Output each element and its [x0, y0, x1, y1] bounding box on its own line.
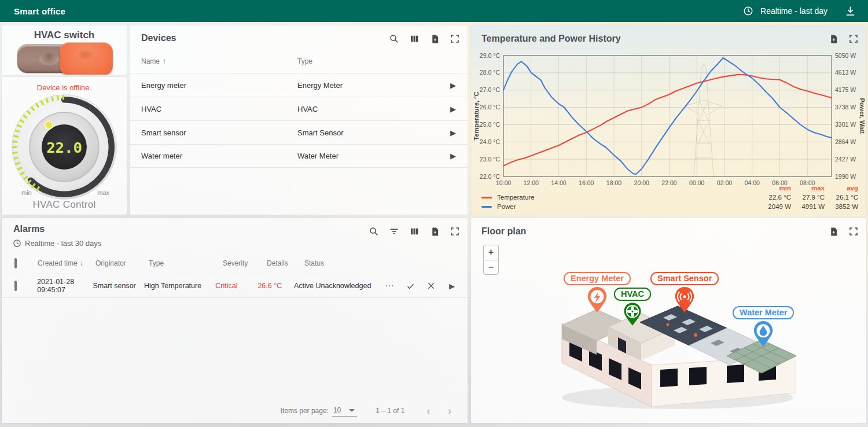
- columns-icon[interactable]: [409, 33, 420, 45]
- items-per-page-label: Items per page:: [281, 407, 329, 415]
- pagination: Items per page: 10 1 – 1 of 1 ‹ ›: [281, 404, 457, 417]
- alarm-details: 26.6 °C: [258, 282, 294, 290]
- alarm-details-icon[interactable]: ▶: [446, 279, 458, 292]
- next-page-button[interactable]: ›: [442, 404, 457, 417]
- svg-text:28.0 °C: 28.0 °C: [480, 69, 501, 76]
- marker-water-meter[interactable]: Water Meter: [733, 306, 794, 347]
- knob-value: 22.0: [46, 139, 82, 156]
- export-file-icon[interactable]: [429, 33, 440, 45]
- sort-desc-icon: ↓: [80, 259, 83, 267]
- legend-item-temperature[interactable]: Temperature: [481, 194, 757, 201]
- hvac-control-title: HVAC Control: [2, 199, 127, 211]
- alarm-status: Active Unacknowledged: [294, 282, 383, 290]
- svg-text:4613 W: 4613 W: [835, 69, 856, 76]
- alarms-column-type[interactable]: Type: [149, 259, 223, 267]
- alarm-row-checkbox[interactable]: [14, 281, 17, 291]
- sort-asc-icon: ↑: [163, 57, 166, 65]
- alarms-column-created-time[interactable]: Created time↓: [38, 259, 95, 267]
- device-row-energy-meter[interactable]: Energy meter Energy Meter ▶: [130, 73, 468, 97]
- floorplan-widget: Floor plan + −: [471, 218, 866, 423]
- chart-legend: min max avg Temperature 22.6 °C 27.9 °C …: [481, 183, 858, 211]
- export-file-icon[interactable]: [429, 226, 440, 237]
- svg-text:25.0 °C: 25.0 °C: [480, 121, 501, 128]
- svg-text:2864 W: 2864 W: [835, 138, 856, 145]
- more-actions-icon[interactable]: ⋯: [383, 279, 396, 292]
- alarm-row[interactable]: 2021-01-28 09:45:07 Smart sensor High Te…: [2, 274, 468, 298]
- devices-column-name[interactable]: Name↑: [141, 57, 297, 65]
- smart-sensor-pin-icon: [674, 286, 695, 313]
- hvac-switch-title: HVAC switch: [2, 30, 127, 41]
- alarm-severity: Critical: [215, 282, 258, 290]
- items-per-page-select[interactable]: 10: [332, 405, 357, 417]
- fullscreen-icon[interactable]: [848, 226, 859, 237]
- hvac-pin-icon: [623, 302, 642, 326]
- device-details-icon[interactable]: ▶: [448, 105, 458, 113]
- history-line-chart: 29.0 °C5050 W28.0 °C4613 W27.0 °C4175 W2…: [471, 51, 866, 189]
- svg-text:3738 W: 3738 W: [835, 104, 856, 111]
- stat-header-max: max: [791, 185, 825, 192]
- device-offline-message: Device is offline.: [2, 83, 127, 92]
- energy-meter-pin-icon: [587, 286, 608, 313]
- hvac-control-widget: Device is offline. 22.0 min max: [2, 77, 127, 215]
- device-row-water-meter[interactable]: Water meter Water Meter ▶: [130, 144, 468, 168]
- marker-smart-sensor[interactable]: Smart Sensor: [650, 272, 719, 313]
- previous-page-button[interactable]: ‹: [421, 404, 436, 417]
- alarms-column-originator[interactable]: Originator: [95, 259, 149, 267]
- devices-column-type[interactable]: Type: [297, 57, 456, 65]
- fullscreen-icon[interactable]: [449, 33, 461, 45]
- select-all-checkbox[interactable]: [14, 258, 17, 268]
- svg-text:Temperature, °C: Temperature, °C: [473, 91, 480, 140]
- alarms-widget: Alarms Realtime - last 30 days Created t…: [2, 218, 468, 423]
- acknowledge-icon[interactable]: [404, 279, 417, 292]
- search-icon[interactable]: [368, 226, 380, 237]
- hvac-switch-toggle[interactable]: [17, 45, 111, 73]
- alarms-timewindow[interactable]: Realtime - last 30 days: [12, 238, 101, 248]
- knob-min-label: min: [21, 189, 32, 196]
- svg-text:27.0 °C: 27.0 °C: [480, 86, 501, 93]
- export-dashboard-icon[interactable]: [843, 3, 858, 19]
- knob-indicator-led: [45, 121, 53, 128]
- hvac-switch-widget: HVAC switch: [2, 25, 127, 75]
- alarms-column-details[interactable]: Details: [267, 259, 304, 267]
- device-details-icon[interactable]: ▶: [448, 152, 458, 160]
- device-details-icon[interactable]: ▶: [448, 128, 458, 137]
- zoom-out-button[interactable]: −: [483, 260, 499, 275]
- device-row-smart-sensor[interactable]: Smart sensor Smart Sensor ▶: [130, 120, 468, 144]
- marker-hvac[interactable]: HVAC: [614, 288, 651, 326]
- alarms-column-severity[interactable]: Severity: [223, 259, 267, 267]
- zoom-in-button[interactable]: +: [483, 245, 499, 260]
- svg-text:24.0 °C: 24.0 °C: [480, 138, 501, 145]
- clock-icon: [12, 238, 21, 248]
- water-meter-pin-icon: [753, 321, 774, 347]
- device-row-hvac[interactable]: HVAC HVAC ▶: [130, 97, 468, 120]
- device-details-icon[interactable]: ▶: [448, 81, 458, 90]
- timewindow-button[interactable]: Realtime - last day: [741, 3, 827, 19]
- fullscreen-icon[interactable]: [848, 33, 859, 45]
- columns-icon[interactable]: [409, 226, 420, 237]
- fullscreen-icon[interactable]: [449, 226, 461, 237]
- svg-text:Power, Watt: Power, Watt: [859, 98, 866, 134]
- legend-item-power[interactable]: Power: [481, 203, 757, 210]
- alarms-column-status[interactable]: Status: [304, 259, 458, 267]
- search-icon[interactable]: [388, 33, 400, 45]
- history-title: Temperature and Power History: [481, 34, 621, 44]
- svg-text:29.0 °C: 29.0 °C: [480, 52, 501, 59]
- devices-title: Devices: [141, 33, 176, 43]
- knob-max-label: max: [97, 189, 109, 196]
- history-chart-widget: Temperature and Power History 29.0 °C505…: [471, 25, 866, 215]
- stat-header-avg: avg: [825, 185, 858, 192]
- filter-icon[interactable]: [388, 226, 400, 237]
- alarms-title: Alarms: [13, 224, 45, 234]
- page-range: 1 – 1 of 1: [376, 407, 404, 415]
- clear-alarm-icon[interactable]: [425, 279, 437, 292]
- svg-text:1990 W: 1990 W: [835, 173, 856, 180]
- export-file-icon[interactable]: [827, 33, 839, 45]
- hvac-control-knob[interactable]: 22.0: [9, 92, 119, 202]
- export-file-icon[interactable]: [827, 226, 839, 237]
- timewindow-label: Realtime - last day: [760, 6, 827, 16]
- power-series-swatch: [481, 206, 492, 208]
- stat-header-min: min: [757, 185, 791, 192]
- dashboard-title: Smart office: [14, 6, 65, 16]
- floorplan-title: Floor plan: [481, 226, 526, 237]
- hvac-switch-knob[interactable]: [60, 42, 113, 75]
